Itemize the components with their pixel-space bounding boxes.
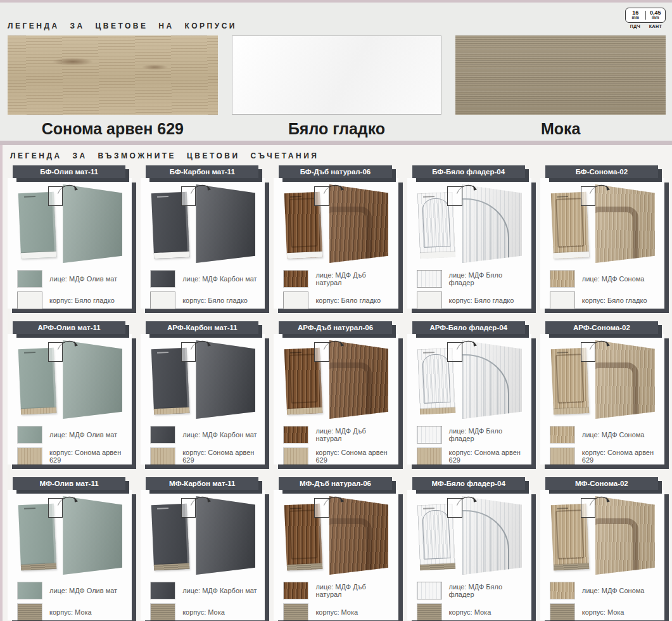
door-illustration	[412, 494, 526, 577]
board-thickness: 16 mm	[626, 10, 645, 20]
card-legend: лице: МДФ Бяло фладер корпус: Сонома арв…	[412, 426, 526, 464]
card-body: лице: МДФ Олив мат корпус: Бяло гладко	[8, 178, 132, 309]
face-label: лице: МДФ Олив мат	[49, 587, 117, 594]
corpus-swatch-item: Сонома арвен 629	[8, 35, 218, 138]
door-detail-profile	[587, 207, 638, 276]
door-corpus-strip	[553, 563, 588, 571]
door-illustration	[146, 494, 260, 577]
door-corpus-strip	[420, 563, 455, 571]
card-header-bar: БФ-Карбон мат-11	[146, 165, 258, 178]
body-label: корпус: Сонома арвен 629	[182, 449, 260, 464]
card-header-bar: БФ-Дъб натурал-06	[279, 165, 391, 178]
face-label: лице: МДФ Бяло фладер	[449, 583, 526, 598]
card-legend: лице: МДФ Карбон мат корпус: Мока	[146, 582, 260, 620]
corpus-swatch-item: Бяло гладко	[232, 35, 442, 138]
face-legend-row: лице: МДФ Бяло фладер	[417, 426, 526, 443]
face-legend-row: лице: МДФ Дъб натурал	[284, 271, 393, 287]
body-label: корпус: Мока	[449, 608, 491, 616]
card-title: БФ-Карбон мат-11	[170, 168, 235, 176]
door-detail-profile	[321, 518, 372, 587]
card-body: лице: МДФ Дъб натурал корпус: Сонома арв…	[274, 334, 398, 464]
card-body: лице: МДФ Карбон мат корпус: Мока	[141, 490, 265, 620]
card-legend: лице: МДФ Олив мат корпус: Бяло гладко	[13, 271, 127, 309]
face-legend-row: лице: МДФ Олив мат	[18, 426, 127, 443]
door-illustration	[146, 182, 260, 266]
zoom-detail-icon	[181, 186, 196, 207]
body-color-swatch	[151, 292, 175, 309]
body-legend-row: корпус: Бяло гладко	[284, 292, 393, 309]
combination-card: АРФ-Бяло фладер-04 ли	[407, 321, 531, 464]
corpus-swatches: Сонома арвен 629 Бяло гладко Мока	[8, 35, 666, 138]
face-label: лице: МДФ Дъб натурал	[315, 583, 393, 598]
face-color-swatch	[151, 582, 175, 599]
combination-card: АРФ-Сонома-02 лице: М	[540, 321, 664, 464]
card-body: лице: МДФ Сонома корпус: Бяло гладко	[540, 178, 664, 309]
corpus-colors-title: ЛЕГЕНДА ЗА ЦВЕТОВЕ НА КОРПУСИ	[8, 22, 666, 30]
face-color-swatch	[151, 426, 175, 443]
door-corpus-strip	[420, 407, 455, 415]
body-label: корпус: Мока	[182, 608, 225, 616]
face-label: лице: МДФ Карбон мат	[182, 275, 257, 283]
body-color-swatch	[417, 604, 441, 620]
board-label: ПДЧ	[625, 24, 645, 29]
edge-label: КАНТ	[645, 24, 666, 29]
card-title: АРФ-Сонома-02	[573, 324, 630, 331]
zoom-detail-icon	[314, 186, 329, 207]
face-label: лице: МДФ Бяло фладер	[449, 427, 526, 442]
door-illustration	[545, 338, 659, 421]
door-panel-profile	[422, 198, 451, 248]
card-title: БФ-Бяло фладер-04	[432, 168, 505, 176]
card-legend: лице: МДФ Дъб натурал корпус: Бяло гладк…	[279, 271, 393, 309]
zoom-detail-icon	[581, 498, 595, 518]
combination-card: МФ-Дъб натурал-06 лиц	[274, 477, 398, 620]
body-color-swatch	[550, 448, 574, 464]
door-panel-profile	[289, 510, 318, 560]
card-legend: лице: МДФ Дъб натурал корпус: Мока	[279, 582, 393, 620]
zoom-detail-icon	[581, 186, 595, 207]
card-header-bar: БФ-Бяло фладер-04	[412, 165, 525, 178]
card-legend: лице: МДФ Олив мат корпус: Сонома арвен …	[13, 426, 127, 464]
door-illustration	[13, 338, 127, 421]
door-corpus-strip	[287, 563, 322, 571]
body-legend-row: корпус: Мока	[417, 604, 526, 620]
body-label: корпус: Бяло гладко	[449, 297, 514, 304]
door-panel-profile	[555, 198, 584, 248]
zoom-detail-icon	[581, 342, 595, 362]
face-legend-row: лице: МДФ Дъб натурал	[284, 582, 393, 599]
card-legend: лице: МДФ Карбон мат корпус: Сонома арве…	[146, 426, 260, 464]
card-body: лице: МДФ Олив мат корпус: Мока	[8, 490, 132, 620]
combination-card: АРФ-Дъб натурал-06 ли	[274, 321, 398, 464]
face-legend-row: лице: МДФ Дъб натурал	[284, 426, 393, 443]
body-label: корпус: Сонома арвен 629	[49, 449, 127, 464]
face-color-swatch	[284, 426, 308, 443]
door-corpus-strip	[287, 407, 322, 415]
face-label: лице: МДФ Сонома	[582, 431, 645, 439]
door-illustration	[412, 182, 526, 266]
door-illustration	[412, 338, 526, 421]
zoom-detail-icon	[181, 342, 196, 362]
card-title: АРФ-Дъб натурал-06	[298, 324, 373, 331]
face-label: лице: МДФ Сонома	[582, 587, 645, 594]
card-header-bar: МФ-Карбон мат-11	[146, 477, 258, 490]
door-detail-profile	[587, 518, 638, 587]
zoom-detail-icon	[48, 498, 63, 518]
card-title: МФ-Сонома-02	[575, 480, 628, 487]
face-legend-row: лице: МДФ Бяло фладер	[417, 271, 526, 287]
body-legend-row: корпус: Бяло гладко	[550, 292, 659, 309]
card-header-bar: МФ-Дъб натурал-06	[279, 477, 391, 490]
door-illustration	[146, 338, 260, 421]
body-label: корпус: Сонома арвен 629	[582, 449, 659, 464]
body-legend-row: корпус: Мока	[18, 604, 127, 620]
face-color-swatch	[284, 271, 308, 287]
card-header-bar: АРФ-Бяло фладер-04	[412, 321, 525, 334]
face-legend-row: лице: МДФ Сонома	[550, 426, 659, 443]
body-legend-row: корпус: Бяло гладко	[151, 292, 260, 309]
corpus-colors-section: ЛЕГЕНДА ЗА ЦВЕТОВЕ НА КОРПУСИ 16 mm 0,45…	[0, 3, 672, 141]
card-body: лице: МДФ Бяло фладер корпус: Бяло гладк…	[407, 178, 531, 309]
door-illustration	[279, 182, 393, 266]
body-label: корпус: Бяло гладко	[582, 297, 647, 304]
body-legend-row: корпус: Мока	[550, 604, 659, 620]
card-legend: лице: МДФ Карбон мат корпус: Бяло гладко	[146, 271, 260, 309]
face-legend-row: лице: МДФ Карбон мат	[151, 582, 260, 599]
combination-cards-grid: БФ-Олив мат-11 лице:	[8, 165, 664, 620]
